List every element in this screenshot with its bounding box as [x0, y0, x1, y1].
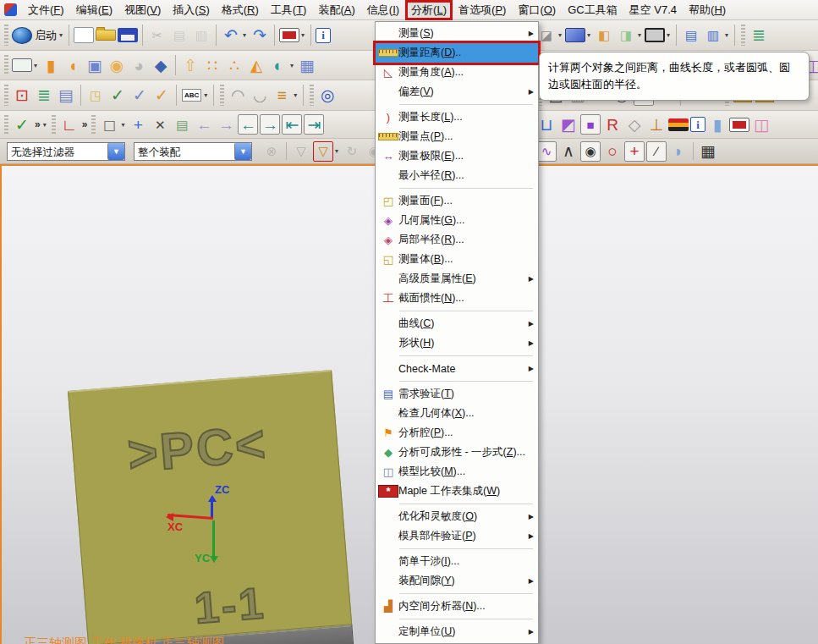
check-mate-icon[interactable]: ✓	[12, 114, 32, 135]
menubar-item-tools[interactable]: 工具(T)	[265, 1, 313, 19]
interpart-link-icon[interactable]: ⊗	[261, 141, 282, 162]
menu-item[interactable]: 测量距离(D)..	[376, 43, 538, 63]
dropdown-caret-icon[interactable]: ▾	[667, 31, 670, 39]
combo-dropdown-icon[interactable]: ▼	[107, 143, 124, 160]
measure-cube-active-icon[interactable]: ■	[580, 114, 601, 135]
menubar-item-window[interactable]: 窗口(O)	[512, 1, 562, 19]
extrude-icon[interactable]: ▮	[41, 55, 61, 75]
window-prev-icon[interactable]: ▤	[681, 25, 701, 46]
start-globe-icon[interactable]	[12, 27, 32, 44]
menu-item[interactable]: 形状(H)▶	[376, 333, 538, 353]
pattern-feature-icon[interactable]: ∴	[224, 55, 244, 75]
dropdown-caret-icon[interactable]: ▾	[294, 91, 297, 99]
block-icon[interactable]: ▣	[85, 55, 105, 75]
sketch-icon[interactable]	[12, 58, 32, 72]
face-analysis-icon[interactable]: ◧	[594, 25, 614, 46]
menu-item[interactable]: 偏差(V)▶	[376, 82, 538, 102]
sphere-icon[interactable]: ◉	[107, 55, 127, 75]
menubar-item-gc-toolbox[interactable]: GC工具箱	[562, 1, 623, 19]
menu-item[interactable]: )测量长度(L)...	[376, 107, 538, 127]
toolbar-grip[interactable]	[4, 55, 8, 75]
shaded-view-icon[interactable]	[565, 28, 585, 42]
menubar-item-view[interactable]: 视图(V)	[118, 1, 167, 19]
toolbar-grip[interactable]	[91, 115, 96, 134]
grid-snap-icon[interactable]: ▦	[698, 141, 718, 162]
toolbar-grip[interactable]	[741, 25, 745, 46]
dropdown-caret-icon[interactable]: ▾	[335, 147, 338, 155]
view-sheet-icon[interactable]: ▤	[172, 114, 192, 135]
dropdown-caret-icon[interactable]: ▾	[43, 121, 47, 129]
local-radius-toolbar-icon[interactable]: R	[602, 114, 623, 135]
info-cube-icon[interactable]: i	[690, 117, 705, 132]
section-pink-icon[interactable]: ◫	[751, 114, 771, 135]
menubar-item-assemblies[interactable]: 装配(A)	[312, 1, 360, 19]
selection-scope-combo[interactable]: 整个装配 ▼	[134, 142, 252, 161]
menu-item[interactable]: 曲线(C)▶	[376, 314, 538, 333]
toolbar-grip[interactable]	[310, 85, 314, 106]
menubar-item-file[interactable]: 文件(F)	[22, 1, 70, 19]
revolve-icon[interactable]: ◖	[63, 55, 83, 75]
annotation-note-icon[interactable]: ◳	[85, 85, 106, 106]
dropdown-caret-icon[interactable]: ▾	[587, 31, 590, 39]
toolbar-grip[interactable]	[52, 115, 56, 134]
selection-filter-combo[interactable]: 无选择过滤器 ▼	[7, 142, 125, 161]
snap-center-icon[interactable]: ◉	[580, 141, 601, 162]
open-folder-icon[interactable]	[96, 30, 116, 41]
menubar-item-insert[interactable]: 插入(S)	[167, 1, 215, 19]
section-x-icon[interactable]: ✕	[150, 114, 170, 135]
redo-icon[interactable]: ↷	[250, 25, 270, 46]
measure-cube-icon[interactable]: ◩	[558, 114, 579, 135]
dropdown-caret-icon[interactable]: ▾	[290, 62, 294, 69]
menu-item[interactable]: ◱测量体(B)...	[376, 250, 538, 269]
dropdown-caret-icon[interactable]: ▾	[558, 31, 562, 39]
snap-curve-icon[interactable]: ∿	[536, 141, 557, 162]
toolbar-grip[interactable]	[220, 85, 224, 106]
menubar-item-preferences[interactable]: 首选项(P)	[453, 1, 512, 19]
menubar-item-app-version[interactable]: 星空 V7.4	[623, 1, 683, 19]
pattern-icon[interactable]: ∷	[202, 55, 222, 75]
blend-icon[interactable]: ◕	[129, 55, 149, 75]
cut-icon[interactable]: ✂	[147, 25, 167, 46]
undo-icon[interactable]: ↶	[221, 25, 241, 46]
snap-face-icon[interactable]: ◗	[668, 141, 689, 162]
start-label[interactable]: 启动	[35, 28, 57, 43]
boss-icon[interactable]: ⇧	[180, 55, 200, 75]
menu-item[interactable]: ⚑分析腔(P)...	[376, 423, 538, 443]
dropdown-caret-icon[interactable]: ▾	[243, 31, 246, 39]
menu-item[interactable]: 高级质量属性(E)▶	[376, 269, 538, 289]
draft-analysis-icon[interactable]	[668, 118, 689, 131]
menu-item[interactable]: ▤需求验证(T)	[376, 384, 538, 404]
menu-item[interactable]: 模具部件验证(P)▶	[376, 526, 538, 546]
snap-midpoint-icon[interactable]: ∕	[646, 141, 667, 162]
general-filter-icon[interactable]: ▽	[291, 141, 311, 162]
back-arrow-icon[interactable]: ←	[194, 114, 214, 135]
toolbar-grip[interactable]	[4, 25, 8, 46]
dropdown-caret-icon[interactable]: ▾	[725, 31, 728, 39]
menu-item[interactable]: Check-Mate▶	[376, 359, 538, 378]
menu-item[interactable]: 装配间隙(Y)▶	[376, 571, 538, 591]
overflow-chevron-icon[interactable]: »	[82, 118, 88, 130]
toolbar-grip[interactable]	[4, 85, 8, 106]
snap-node-icon[interactable]: ⊡	[12, 85, 32, 106]
heal-geometry-icon[interactable]: ✓	[129, 85, 150, 106]
snap-point-filter-icon[interactable]: ▽	[313, 141, 333, 162]
menubar-item-information[interactable]: 信息(I)	[361, 1, 405, 19]
display-mode-icon[interactable]	[279, 28, 299, 42]
snap-tangent-icon[interactable]: ∧	[558, 141, 579, 162]
dropdown-caret-icon[interactable]: ▾	[121, 121, 124, 129]
menubar-item-analysis[interactable]: 分析(L)	[405, 0, 453, 20]
menu-item[interactable]: ↔测量极限(E)...	[376, 146, 538, 166]
menu-item[interactable]: 测量(S)▶	[376, 24, 538, 43]
csys-abs-icon[interactable]: +	[128, 114, 148, 135]
section-view-icon[interactable]: ◪	[536, 25, 557, 46]
menu-item[interactable]: 检查几何体(X)...	[376, 404, 538, 423]
window-next-icon[interactable]: ▥	[703, 25, 723, 46]
menubar-item-edit[interactable]: 编辑(E)	[70, 1, 118, 19]
surface-analysis-icon[interactable]: ◠	[228, 85, 248, 106]
sheet-measure-icon[interactable]: ◇	[624, 114, 645, 135]
dropdown-caret-icon[interactable]: ▾	[638, 31, 641, 39]
prev-window-icon[interactable]: ⇤	[282, 114, 302, 135]
shell-icon[interactable]: ◆	[151, 55, 171, 75]
view-clip-icon[interactable]: ◨	[616, 25, 636, 46]
background-icon[interactable]	[645, 28, 665, 42]
